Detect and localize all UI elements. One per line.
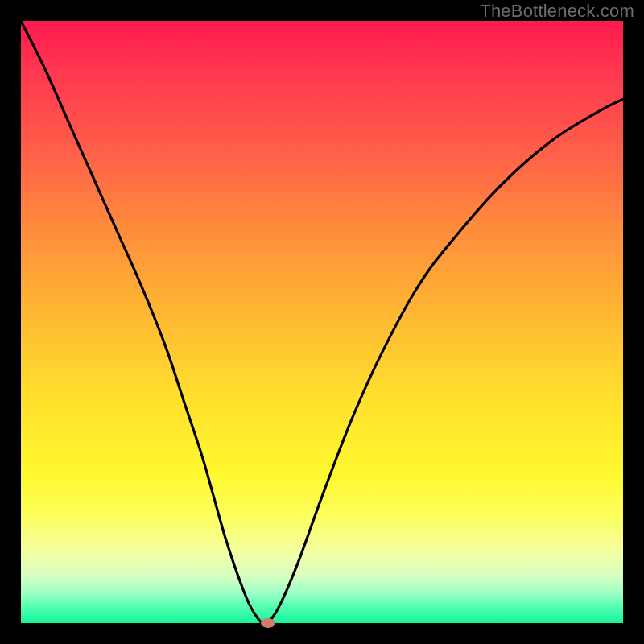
chart-frame: TheBottleneck.com [0, 0, 644, 644]
plot-area [21, 21, 623, 623]
bottleneck-curve-path [21, 21, 623, 625]
watermark-text: TheBottleneck.com [480, 1, 634, 22]
optimum-marker [261, 618, 275, 628]
curve-layer [21, 21, 623, 623]
